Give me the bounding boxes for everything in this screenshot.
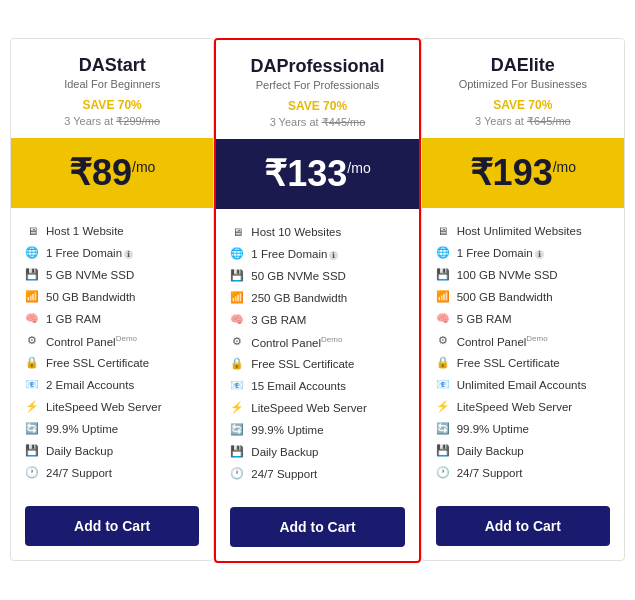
list-item: ⚡LiteSpeed Web Server [230,397,404,419]
price-box-daprofessional: ₹133/mo [216,139,418,209]
list-item: 💾Daily Backup [436,440,610,462]
plan-name-daprofessional: DAProfessional [228,56,406,77]
feature-icon: 🖥 [436,224,450,238]
feature-icon: 🧠 [25,312,39,326]
list-item: 🧠3 GB RAM [230,309,404,331]
feature-icon: 📧 [230,379,244,393]
price-main-daprofessional: ₹133/mo [264,153,370,194]
feature-icon: ⚡ [25,400,39,414]
feature-icon: ⚡ [230,401,244,415]
price-box-dastart: ₹89/mo [11,138,213,208]
list-item: 🖥Host 1 Website [25,220,199,242]
list-item: 🕐24/7 Support [436,462,610,484]
list-item: 🔒Free SSL Certificate [436,352,610,374]
feature-icon: ⚙ [230,335,244,349]
feature-text: LiteSpeed Web Server [457,401,573,413]
feature-icon: ⚡ [436,400,450,414]
feature-icon: 🕐 [25,466,39,480]
feature-icon: 🔄 [436,422,450,436]
feature-text: Daily Backup [457,445,524,457]
list-item: 💾5 GB NVMe SSD [25,264,199,286]
list-item: 🔒Free SSL Certificate [230,353,404,375]
list-item: 💾50 GB NVMe SSD [230,265,404,287]
list-item: 🕐24/7 Support [230,463,404,485]
plan-name-dastart: DAStart [23,55,201,76]
plan-header-dastart: DAStartIdeal For BeginnersSAVE 70%3 Year… [11,39,213,138]
list-item: 🧠1 GB RAM [25,308,199,330]
feature-text: LiteSpeed Web Server [251,402,367,414]
save-badge-daelite: SAVE 70% [493,98,552,112]
feature-text: 50 GB NVMe SSD [251,270,346,282]
feature-text: 1 Free Domainℹ [46,247,133,259]
list-item: 🌐1 Free Domainℹ [230,243,404,265]
feature-text: Host Unlimited Websites [457,225,582,237]
list-item: 💾Daily Backup [25,440,199,462]
feature-text: 5 GB RAM [457,313,512,325]
save-badge-dastart: SAVE 70% [83,98,142,112]
feature-text: 15 Email Accounts [251,380,346,392]
list-item: ⚡LiteSpeed Web Server [436,396,610,418]
list-item: ⚙Control PanelDemo [436,330,610,352]
list-item: ⚙Control PanelDemo [230,331,404,353]
feature-text: 100 GB NVMe SSD [457,269,558,281]
list-item: 🌐1 Free Domainℹ [25,242,199,264]
price-main-dastart: ₹89/mo [69,152,155,193]
list-item: 📧15 Email Accounts [230,375,404,397]
feature-text: 5 GB NVMe SSD [46,269,134,281]
price-box-daelite: ₹193/mo [422,138,624,208]
feature-text: 500 GB Bandwidth [457,291,553,303]
feature-icon: 🌐 [25,246,39,260]
feature-text: 24/7 Support [251,468,317,480]
feature-text: Control PanelDemo [251,335,342,349]
feature-icon: 💾 [436,444,450,458]
add-to-cart-button-daprofessional[interactable]: Add to Cart [230,507,404,547]
features-list-daprofessional: 🖥Host 10 Websites🌐1 Free Domainℹ💾50 GB N… [216,209,418,497]
feature-text: 3 GB RAM [251,314,306,326]
feature-text: Free SSL Certificate [457,357,560,369]
feature-text: 1 Free Domainℹ [457,247,544,259]
feature-text: 99.9% Uptime [251,424,323,436]
feature-icon: 🕐 [230,467,244,481]
feature-text: 50 GB Bandwidth [46,291,136,303]
plan-subtitle-daprofessional: Perfect For Professionals [228,79,406,91]
feature-icon: 💾 [230,269,244,283]
list-item: 📧2 Email Accounts [25,374,199,396]
add-to-cart-button-daelite[interactable]: Add to Cart [436,506,610,546]
list-item: 🖥Host Unlimited Websites [436,220,610,242]
list-item: 💾100 GB NVMe SSD [436,264,610,286]
feature-icon: 🌐 [436,246,450,260]
feature-icon: 🧠 [436,312,450,326]
feature-icon: 🖥 [230,225,244,239]
list-item: 🔄99.9% Uptime [25,418,199,440]
feature-icon: 💾 [25,444,39,458]
feature-text: 24/7 Support [46,467,112,479]
list-item: 🔄99.9% Uptime [230,419,404,441]
feature-text: Host 1 Website [46,225,124,237]
feature-text: 250 GB Bandwidth [251,292,347,304]
add-to-cart-button-dastart[interactable]: Add to Cart [25,506,199,546]
price-main-daelite: ₹193/mo [470,152,576,193]
list-item: 🔒Free SSL Certificate [25,352,199,374]
feature-text: 1 Free Domainℹ [251,248,338,260]
feature-icon: 🧠 [230,313,244,327]
feature-icon: 💾 [436,268,450,282]
list-item: 🧠5 GB RAM [436,308,610,330]
feature-icon: ⚙ [436,334,450,348]
list-item: 📶500 GB Bandwidth [436,286,610,308]
feature-icon: 📶 [436,290,450,304]
feature-text: Control PanelDemo [46,334,137,348]
feature-icon: 🔄 [230,423,244,437]
feature-text: 24/7 Support [457,467,523,479]
plan-card-daelite: DAEliteOptimized For BusinessesSAVE 70%3… [421,38,625,561]
features-list-dastart: 🖥Host 1 Website🌐1 Free Domainℹ💾5 GB NVMe… [11,208,213,496]
price-suffix-daelite: /mo [553,159,576,175]
feature-text: Control PanelDemo [457,334,548,348]
list-item: 🕐24/7 Support [25,462,199,484]
plan-header-daprofessional: DAProfessionalPerfect For ProfessionalsS… [216,40,418,139]
features-list-daelite: 🖥Host Unlimited Websites🌐1 Free Domainℹ💾… [422,208,624,496]
price-suffix-daprofessional: /mo [347,160,370,176]
list-item: 🌐1 Free Domainℹ [436,242,610,264]
plan-subtitle-daelite: Optimized For Businesses [434,78,612,90]
feature-text: Daily Backup [251,446,318,458]
feature-text: 2 Email Accounts [46,379,134,391]
